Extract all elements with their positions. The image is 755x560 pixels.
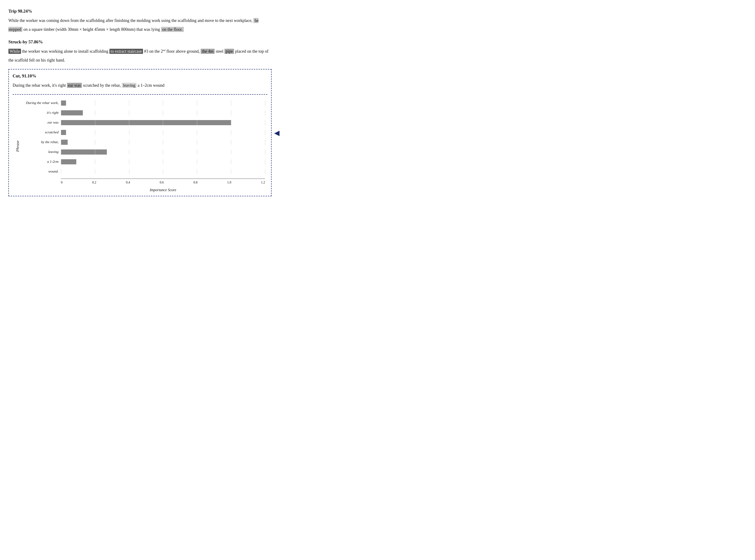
x-tick-06: 0.6 <box>160 180 164 185</box>
word-steel: steel <box>216 49 225 54</box>
struck-by-section: Struck-by 57.86% While the worker was wo… <box>8 38 272 65</box>
bar-label-scratched: scratched <box>23 129 61 136</box>
highlight-leaving: leaving <box>122 83 136 88</box>
bar-row-leaving: leaving <box>23 148 265 156</box>
bar-row-scratched: scratched <box>23 129 265 136</box>
bar-row-ear-was: ear was <box>23 119 265 126</box>
bar-track-wound <box>61 169 265 174</box>
word-scratched: scratched by the rebar, <box>83 83 122 88</box>
x-tick-08: 0.8 <box>193 180 198 185</box>
bar-label-ear-was: ear was <box>23 120 61 126</box>
struck-by-paragraph: While the worker was working alone to in… <box>8 47 272 65</box>
word-using: using <box>161 18 172 23</box>
bar-label-during: During the rebar work, <box>23 100 61 106</box>
grid-lines-scratched <box>61 130 265 135</box>
bar-fill-ear-was <box>61 120 231 125</box>
struck-by-title: Struck-by 57.86% <box>8 38 272 46</box>
word-and-move: and move to the next workplace, <box>198 18 253 23</box>
grid-lines-its <box>61 110 265 115</box>
grid-lines-during <box>61 100 265 106</box>
bar-label-leaving: leaving <box>23 149 61 155</box>
word-hash3: #3 on the 2nd floor above ground, <box>144 49 201 54</box>
word-its-right: it's right <box>52 83 67 88</box>
bar-fill-a-1-2cm <box>61 159 76 164</box>
bar-label-by-rebar: by the rebar, <box>23 139 61 145</box>
page-container: Trip 98.24% While the worker was coming … <box>8 7 272 196</box>
word-during-rebar: During the rebar work, <box>13 83 51 88</box>
trip-paragraph: While the worker was coming down from th… <box>8 16 272 34</box>
bar-row-a-1-2cm: a 1-2cm <box>23 158 265 165</box>
x-ticks: 0 0.2 0.4 0.6 0.8 1.0 1.2 <box>61 180 265 185</box>
x-tick-10: 1.0 <box>227 180 231 185</box>
phrase-after-finishing: after finishing <box>106 18 129 23</box>
cut-section: Cut, 91.10% During the rebar work, it's … <box>8 69 272 196</box>
trip-section: Trip 98.24% While the worker was coming … <box>8 7 272 34</box>
bar-fill-during <box>61 100 66 106</box>
x-axis-line <box>61 179 265 179</box>
cut-title: Cut, 91.10% <box>13 72 267 80</box>
x-tick-02: 0.2 <box>92 180 96 185</box>
highlight-pipe: pipe <box>225 49 234 54</box>
phrase-molding-work: the molding work <box>131 18 160 23</box>
x-tick-04: 0.4 <box>126 180 130 185</box>
x-axis-area: 0 0.2 0.4 0.6 0.8 1.0 1.2 Importance Sco… <box>61 178 265 193</box>
highlight-while: While <box>8 49 21 54</box>
bar-row-during: During the rebar work, <box>23 99 265 107</box>
bar-row-by-rebar: by the rebar, <box>23 139 265 146</box>
x-tick-0: 0 <box>61 180 62 185</box>
bar-track-ear-was <box>61 120 265 125</box>
arrow-icon: ◀ <box>274 126 279 139</box>
trip-title: Trip 98.24% <box>8 7 272 15</box>
bar-track-a-1-2cm <box>61 159 265 164</box>
bar-label-wound: wound. <box>23 168 61 175</box>
y-axis-label: Phrase <box>13 99 21 193</box>
grid-lines-wound <box>61 169 265 174</box>
bar-row-wound: wound. <box>23 168 265 175</box>
bar-row-its-right: it's right <box>23 109 265 117</box>
bar-track-leaving <box>61 149 265 155</box>
highlight-extract-staircase: to extract staircase <box>110 49 143 54</box>
bar-track-by-rebar <box>61 140 265 145</box>
word-worker-coming: the worker was coming down <box>20 18 70 23</box>
highlight-ear-was: ear was <box>67 83 82 88</box>
cut-paragraph: During the rebar work, it's right ear wa… <box>13 81 267 90</box>
bar-fill-leaving <box>61 149 107 155</box>
bar-fill-scratched <box>61 130 66 135</box>
chart-area: Phrase During the rebar work, <box>13 99 267 193</box>
word-worker-working: the worker was working alone to install … <box>22 49 110 54</box>
phrase-the-scaffolding: the scaffolding <box>172 18 196 23</box>
highlight-on-floor: on the floor. <box>161 27 184 32</box>
x-tick-12: 1.2 <box>261 180 265 185</box>
bar-fill-its-right <box>61 110 83 115</box>
bar-label-its-right: it's right <box>23 110 61 116</box>
bar-track-scratched <box>61 130 265 135</box>
bar-track-during <box>61 100 265 106</box>
highlight-4m: the 4m <box>201 49 215 54</box>
grid-lines-1-2cm <box>61 159 265 164</box>
phrase-from-scaffolding: from the scaffolding <box>71 18 105 23</box>
bar-track-its-right <box>61 110 265 115</box>
x-axis-label: Importance Score <box>61 187 265 193</box>
chart-inner: During the rebar work, <box>21 99 267 193</box>
bar-fill-by-rebar <box>61 140 67 145</box>
chart-container: Phrase During the rebar work, <box>13 94 267 193</box>
word-while-1: While <box>8 18 19 23</box>
word-on-square: on a square timber (width 30mm × height … <box>23 27 161 32</box>
grid-lines-rebar <box>61 140 265 145</box>
word-wound: a 1–2cm wound <box>138 83 164 88</box>
bar-label-a-1-2cm: a 1-2cm <box>23 159 61 165</box>
